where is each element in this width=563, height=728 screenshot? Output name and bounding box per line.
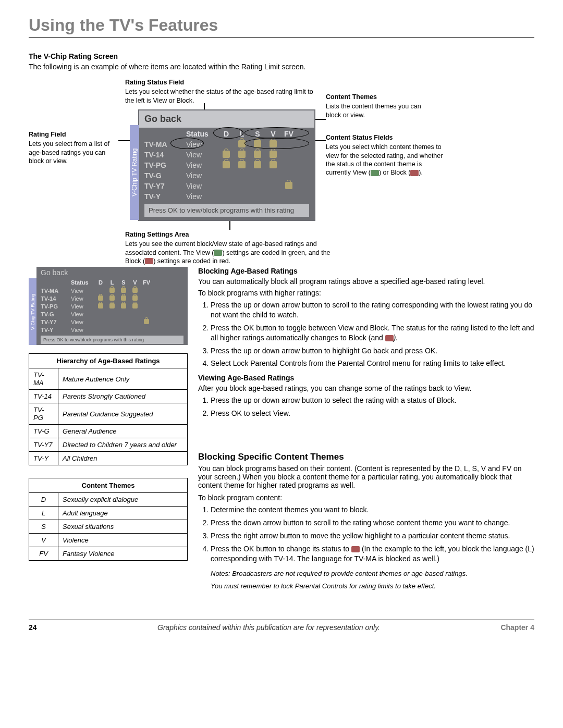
viewing-age-heading: Viewing Age-Based Ratings: [198, 374, 534, 382]
lock-icon: [254, 140, 261, 147]
rating-label: TV-G: [144, 171, 186, 180]
diagram-area: Rating Status Field Lets you select whet…: [29, 80, 534, 257]
theme-cell[interactable]: [218, 161, 234, 170]
theme-cell[interactable]: [265, 151, 281, 159]
rating-label: TV-14: [144, 151, 186, 159]
theme-cell[interactable]: [106, 288, 118, 294]
rating-label: TV-PG: [144, 161, 186, 169]
lock-icon: [238, 151, 246, 158]
theme-cell[interactable]: [129, 288, 141, 294]
status-cell[interactable]: View: [71, 319, 95, 325]
theme-cell[interactable]: [106, 303, 118, 310]
theme-cell[interactable]: [250, 151, 265, 159]
table-row: FVFantasy Violence: [29, 547, 188, 561]
status-cell[interactable]: View: [71, 327, 95, 333]
blocking-age-heading: Blocking Age-Based Ratings: [198, 267, 534, 275]
theme-code: L: [29, 507, 58, 520]
mid-right: Blocking Age-Based Ratings You can autom…: [198, 267, 534, 591]
theme-cell[interactable]: [118, 303, 129, 310]
status-cell[interactable]: View: [71, 295, 95, 302]
lock-icon: [121, 295, 126, 301]
lock-icon: [223, 151, 230, 158]
rating-label: TV-PG: [41, 303, 71, 310]
theme-cell[interactable]: [129, 295, 141, 302]
theme-cell[interactable]: [129, 303, 141, 310]
theme-header: D: [95, 279, 106, 286]
table-row: TV-YAll Children: [29, 452, 188, 465]
rating-label: TV-MA: [144, 140, 186, 149]
rating-row[interactable]: TV-MAView: [41, 287, 183, 294]
rating-row[interactable]: TV-YView: [144, 191, 309, 202]
theme-cell[interactable]: [141, 319, 152, 325]
status-cell[interactable]: View: [186, 182, 218, 190]
view-icon: [214, 250, 222, 256]
status-cell[interactable]: View: [71, 303, 95, 310]
rating-label: TV-14: [41, 295, 71, 302]
theme-code: S: [29, 520, 58, 534]
go-back-row[interactable]: Go back: [139, 110, 314, 128]
theme-cell[interactable]: [250, 161, 265, 170]
rating-desc: Directed to Children 7 years and older: [58, 438, 188, 452]
rating-code: TV-PG: [29, 403, 58, 425]
lock-icon: [132, 303, 138, 309]
page-number: 24: [29, 623, 37, 632]
theme-cell[interactable]: [234, 140, 250, 149]
lock-icon: [132, 295, 138, 301]
label-body: Lets you select from a list of age-based…: [29, 140, 109, 165]
status-cell[interactable]: View: [186, 171, 218, 180]
mid-left: V-Chip TV Rating Go back Status D L S V …: [29, 267, 188, 591]
step: Press the OK button to toggle between Vi…: [211, 323, 534, 343]
rating-row[interactable]: TV-Y7View: [41, 318, 183, 326]
rating-row[interactable]: TV-14View: [41, 294, 183, 302]
theme-header: L: [234, 130, 250, 138]
theme-cell[interactable]: [218, 151, 234, 159]
theme-cell[interactable]: [265, 140, 281, 149]
label-title: Rating Settings Area: [125, 230, 344, 239]
rating-row[interactable]: TV-MAView: [144, 139, 309, 150]
table-row: TV-MAMature Audience Only: [29, 368, 188, 390]
label-content-status: Content Status Fields Lets you select wh…: [326, 133, 446, 177]
theme-cell[interactable]: [234, 151, 250, 159]
table-row: TV-GGeneral Audience: [29, 425, 188, 438]
theme-cell[interactable]: [234, 161, 250, 170]
status-cell[interactable]: View: [186, 192, 218, 201]
rating-desc: Parents Strongly Cautioned: [58, 390, 188, 403]
label-rating-field: Rating Field Lets you select from a list…: [29, 130, 120, 165]
theme-header: V: [265, 130, 281, 138]
rating-row[interactable]: TV-Y7View: [144, 181, 309, 191]
table-row: SSexual situations: [29, 520, 188, 534]
go-back-row[interactable]: Go back: [36, 267, 188, 278]
rating-screen-small: V-Chip TV Rating Go back Status D L S V …: [36, 267, 188, 345]
theme-header: FV: [141, 279, 152, 286]
footer: 24 Graphics contained within this public…: [29, 620, 534, 632]
rating-row[interactable]: TV-14View: [144, 150, 309, 160]
rating-row[interactable]: TV-YView: [41, 326, 183, 334]
lock-icon: [223, 161, 230, 168]
theme-cell[interactable]: [118, 288, 129, 294]
vchip-heading: The V-Chip Rating Screen: [29, 52, 534, 60]
rating-row[interactable]: TV-GView: [144, 170, 309, 181]
status-cell[interactable]: View: [186, 161, 218, 169]
status-cell[interactable]: View: [71, 311, 95, 317]
theme-cell[interactable]: [106, 295, 118, 302]
status-cell[interactable]: View: [186, 140, 218, 149]
vchip-tab: V-Chip TV Rating: [130, 125, 139, 220]
blocking-age-intro1: You can automatically block all program …: [198, 277, 534, 286]
rating-row[interactable]: TV-GView: [41, 310, 183, 318]
theme-desc: Sexually explicit dialogue: [58, 493, 188, 507]
theme-cell[interactable]: [281, 182, 297, 191]
step: Press the up or down arrow button to hig…: [211, 346, 534, 356]
status-cell[interactable]: View: [186, 151, 218, 159]
status-cell[interactable]: View: [71, 288, 95, 294]
rating-row[interactable]: TV-PGView: [144, 160, 309, 170]
rating-row[interactable]: TV-PGView: [41, 302, 183, 310]
theme-cell[interactable]: [118, 295, 129, 302]
theme-cell[interactable]: [95, 295, 106, 302]
theme-cell[interactable]: [265, 161, 281, 170]
theme-cell[interactable]: [250, 140, 265, 149]
theme-cell[interactable]: [95, 303, 106, 310]
status-header: Status: [186, 130, 218, 138]
lock-icon: [98, 303, 103, 309]
rating-desc: General Audience: [58, 425, 188, 438]
chapter-label: Chapter 4: [500, 623, 534, 632]
